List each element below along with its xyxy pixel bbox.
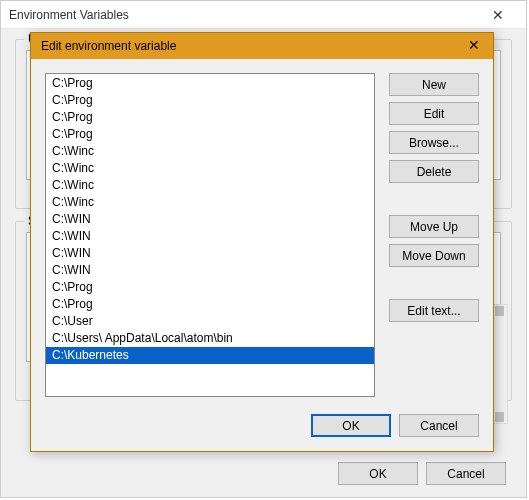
list-item[interactable]: C:\Users\ AppData\Local\atom\bin [46, 330, 374, 347]
list-item[interactable]: C:\Winc [46, 160, 374, 177]
ok-button[interactable]: OK [311, 414, 391, 437]
parent-close-icon[interactable]: ✕ [478, 7, 518, 23]
list-item[interactable]: C:\Prog [46, 75, 374, 92]
parent-title: Environment Variables [9, 8, 129, 22]
move-up-button[interactable]: Move Up [389, 215, 479, 238]
list-item[interactable]: C:\Prog [46, 296, 374, 313]
delete-button[interactable]: Delete [389, 160, 479, 183]
parent-titlebar: Environment Variables ✕ [1, 1, 526, 29]
move-down-button[interactable]: Move Down [389, 244, 479, 267]
edit-env-var-dialog: Edit environment variable ✕ C:\ProgC:\Pr… [30, 32, 494, 452]
parent-ok-button[interactable]: OK [338, 462, 418, 485]
list-item[interactable]: C:\WIN [46, 245, 374, 262]
child-main: C:\ProgC:\ProgC:\ProgC:\ProgC:\WincC:\Wi… [45, 73, 479, 397]
edit-text-button[interactable]: Edit text... [389, 299, 479, 322]
list-item[interactable]: C:\Winc [46, 177, 374, 194]
child-footer: OK Cancel [45, 411, 479, 437]
list-item[interactable]: C:\WIN [46, 211, 374, 228]
list-item[interactable]: C:\Prog [46, 279, 374, 296]
list-item[interactable]: C:\Prog [46, 109, 374, 126]
list-item[interactable]: C:\Winc [46, 143, 374, 160]
child-body: C:\ProgC:\ProgC:\ProgC:\ProgC:\WincC:\Wi… [31, 59, 493, 451]
path-listbox[interactable]: C:\ProgC:\ProgC:\ProgC:\ProgC:\WincC:\Wi… [45, 73, 375, 397]
child-title: Edit environment variable [41, 39, 176, 53]
cancel-button[interactable]: Cancel [399, 414, 479, 437]
close-icon[interactable]: ✕ [461, 36, 487, 56]
parent-cancel-button[interactable]: Cancel [426, 462, 506, 485]
list-item[interactable]: C:\Kubernetes [46, 347, 374, 364]
child-titlebar: Edit environment variable ✕ [31, 33, 493, 59]
parent-footer: OK Cancel [338, 462, 506, 485]
list-item[interactable]: C:\Winc [46, 194, 374, 211]
list-item[interactable]: C:\Prog [46, 92, 374, 109]
list-item[interactable]: C:\User [46, 313, 374, 330]
list-item[interactable]: C:\WIN [46, 262, 374, 279]
browse-button[interactable]: Browse... [389, 131, 479, 154]
edit-button[interactable]: Edit [389, 102, 479, 125]
new-button[interactable]: New [389, 73, 479, 96]
list-item[interactable]: C:\WIN [46, 228, 374, 245]
list-item[interactable]: C:\Prog [46, 126, 374, 143]
side-buttons: New Edit Browse... Delete Move Up Move D… [389, 73, 479, 397]
